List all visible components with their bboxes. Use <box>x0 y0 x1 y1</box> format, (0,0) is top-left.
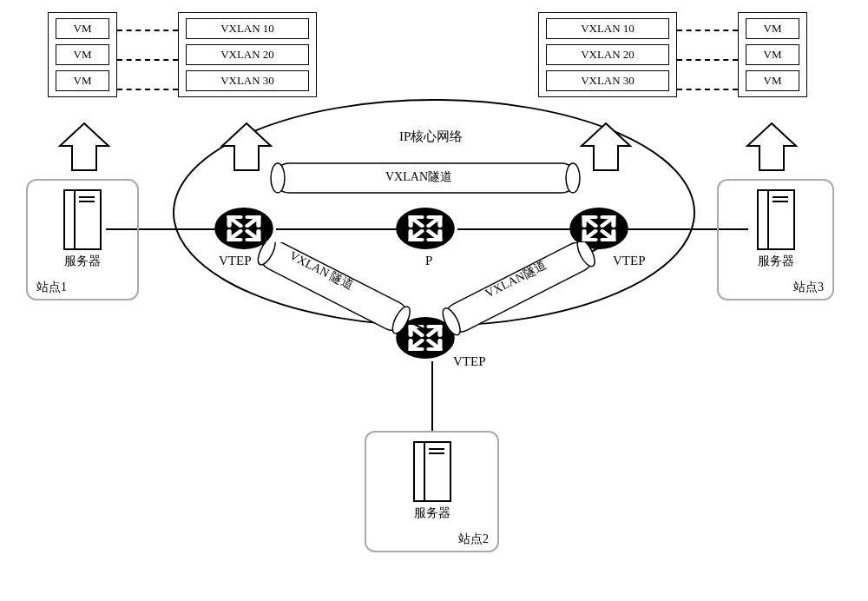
vm-box: VM <box>56 44 109 65</box>
vm-box: VM <box>746 70 799 91</box>
dashed-connector <box>117 30 178 31</box>
server-label: 服务器 <box>36 254 128 269</box>
site-2: 服务器 站点2 <box>365 431 499 552</box>
vm-stack-right: VM VM VM <box>738 12 807 97</box>
vxlan-box: VXLAN 20 <box>186 44 309 65</box>
vxlan-box: VXLAN 10 <box>546 18 669 39</box>
svg-rect-13 <box>440 242 597 337</box>
tunnel-tube <box>437 242 602 338</box>
server-label: 服务器 <box>375 505 489 521</box>
vxlan-box: VXLAN 20 <box>546 44 669 65</box>
site-label: 站点3 <box>727 280 824 295</box>
site-3: 服务器 站点3 <box>717 179 834 300</box>
site-label: 站点1 <box>36 280 128 295</box>
site-label: 站点2 <box>375 532 489 547</box>
arrow-up-icon <box>578 122 634 174</box>
server-icon <box>413 441 451 502</box>
site-1: 服务器 站点1 <box>26 179 139 300</box>
server-icon <box>63 189 102 250</box>
vm-box: VM <box>746 44 799 65</box>
dashed-connector <box>677 89 738 90</box>
dashed-connector <box>117 59 178 61</box>
vxlan-box: VXLAN 30 <box>186 70 309 91</box>
tunnel-label: VXLAN隧道 <box>385 169 452 185</box>
vm-box: VM <box>746 18 799 39</box>
link-line <box>431 361 433 431</box>
dashed-connector <box>117 89 178 90</box>
tunnel-tube <box>253 242 418 338</box>
svg-rect-10 <box>255 242 412 335</box>
svg-point-8 <box>271 163 285 193</box>
dashed-connector <box>677 30 738 31</box>
vm-stack-left: VM VM VM <box>48 12 117 97</box>
vxlan-stack-left: VXLAN 10 VXLAN 20 VXLAN 30 <box>178 12 317 97</box>
core-network-label: IP核心网络 <box>399 129 463 145</box>
vxlan-box: VXLAN 30 <box>546 70 669 91</box>
vm-box: VM <box>56 18 109 39</box>
arrow-up-icon <box>56 122 112 174</box>
diagram-canvas: IP核心网络 VM VM VM VXLAN 10 VXLAN 20 VXLAN … <box>0 0 868 601</box>
svg-point-9 <box>566 163 580 193</box>
arrow-up-icon <box>219 122 274 174</box>
vxlan-stack-right: VXLAN 10 VXLAN 20 VXLAN 30 <box>538 12 677 97</box>
dashed-connector <box>677 59 738 61</box>
server-icon <box>757 189 795 250</box>
vm-box: VM <box>56 70 109 91</box>
arrow-up-icon <box>744 122 799 174</box>
server-label: 服务器 <box>727 254 824 269</box>
vxlan-box: VXLAN 10 <box>186 18 309 39</box>
